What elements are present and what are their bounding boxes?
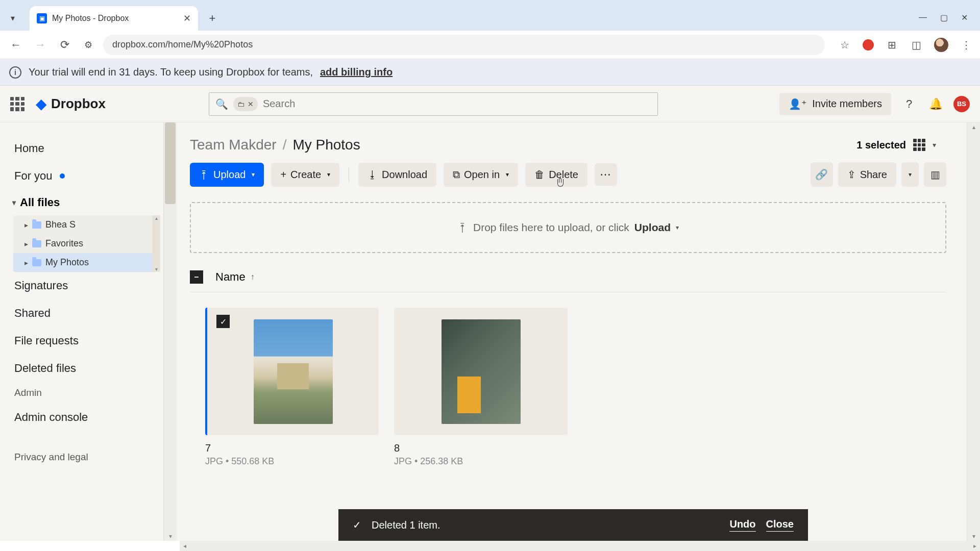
file-name[interactable]: 7 (205, 442, 379, 454)
forward-button[interactable]: → (32, 36, 49, 54)
selected-check-icon[interactable]: ✓ (216, 315, 230, 328)
trial-banner-text: Your trial will end in 31 days. To keep … (29, 66, 313, 78)
horizontal-scrollbar[interactable]: ◂ ▸ (180, 541, 980, 551)
extension-icon[interactable] (863, 39, 874, 51)
check-icon: ✓ (353, 519, 361, 531)
sidebar-item-signatures[interactable]: Signatures (10, 272, 160, 299)
upload-button[interactable]: ⭱ Upload ▾ (190, 163, 264, 187)
folder-icon (32, 240, 41, 247)
toast-message: Deleted 1 item. (372, 519, 719, 531)
folder-icon (32, 221, 41, 229)
chevron-down-icon: ▾ (327, 171, 330, 178)
download-icon: ⭳ (368, 169, 378, 181)
open-in-button[interactable]: ⧉ Open in ▾ (444, 163, 518, 187)
share-options-button[interactable]: ▾ (901, 162, 919, 187)
copy-link-button[interactable]: 🔗 (811, 162, 833, 187)
main-scrollbar[interactable]: ▴ ▾ (967, 122, 980, 541)
sidebar-scrollbar[interactable]: ▴ ▾ (163, 122, 177, 541)
browser-toolbar: ← → ⟳ ⚙ dropbox.com/home/My%20Photos ☆ ⊞… (0, 31, 980, 59)
breadcrumb-parent[interactable]: Team Makder (190, 137, 277, 153)
sidebar-item-privacy[interactable]: Privacy and legal (10, 446, 160, 468)
column-header-name[interactable]: Name ↑ (215, 270, 255, 284)
scrollbar-thumb[interactable] (165, 122, 176, 204)
sidebar-item-all-files[interactable]: ▾ All files (10, 190, 160, 215)
tree-scrollbar[interactable]: ▴ ▾ (152, 215, 160, 272)
scroll-up-icon[interactable]: ▴ (152, 215, 160, 221)
breadcrumb: Team Makder / My Photos (190, 137, 360, 153)
tree-item-bhea-s[interactable]: ▸ Bhea S (13, 215, 160, 234)
chip-clear-icon[interactable]: ✕ (248, 100, 254, 108)
selection-count: 1 selected (856, 139, 906, 151)
new-tab-button[interactable]: + (203, 9, 222, 28)
kebab-menu-icon[interactable]: ⋮ (960, 38, 973, 52)
dropbox-glyph-icon: ◆ (36, 95, 47, 112)
file-name[interactable]: 8 (394, 442, 568, 454)
app-launcher-icon[interactable] (10, 97, 24, 111)
notifications-icon[interactable]: 🔔 (927, 95, 944, 113)
back-button[interactable]: ← (7, 36, 24, 54)
person-add-icon: 👤⁺ (789, 98, 807, 110)
file-thumbnail[interactable]: ✓ (205, 308, 379, 435)
tree-item-favorites[interactable]: ▸ Favorites (13, 234, 160, 253)
sidebar: Home For you ▾ All files ▸ Bhea S ▸ Favo… (0, 122, 163, 541)
download-button[interactable]: ⭳ Download (358, 163, 436, 187)
close-window-icon[interactable]: ✕ (961, 13, 968, 22)
create-button[interactable]: + Create ▾ (271, 163, 339, 187)
plus-icon: + (280, 169, 286, 181)
file-thumbnail[interactable] (394, 308, 568, 435)
scroll-right-icon[interactable]: ▸ (970, 542, 980, 549)
side-panel-icon[interactable]: ◫ (910, 38, 923, 52)
delete-button[interactable]: 🗑 Delete (525, 163, 587, 187)
reload-button[interactable]: ⟳ (56, 36, 74, 54)
maximize-icon[interactable]: ▢ (940, 13, 948, 22)
scroll-left-icon[interactable]: ◂ (180, 542, 190, 549)
help-icon[interactable]: ? (900, 95, 918, 113)
toast-close-button[interactable]: Close (766, 518, 794, 532)
chevron-down-icon: ▾ (909, 171, 912, 178)
sidebar-item-admin-console[interactable]: Admin console (10, 404, 160, 431)
file-card[interactable]: ✓ 7 JPG • 550.68 KB (205, 308, 379, 467)
chevron-down-icon: ▾ (676, 224, 679, 231)
dropbox-logo[interactable]: ◆ Dropbox (36, 95, 106, 112)
account-avatar[interactable]: BS (953, 96, 970, 112)
more-actions-button[interactable]: ⋯ (595, 163, 617, 186)
select-all-checkbox[interactable]: – (190, 270, 203, 284)
close-tab-icon[interactable]: ✕ (183, 13, 191, 24)
upload-icon: ⭱ (199, 169, 209, 181)
extensions-puzzle-icon[interactable]: ⊞ (885, 38, 898, 52)
browser-tab[interactable]: ▣ My Photos - Dropbox ✕ (30, 6, 198, 31)
scroll-down-icon[interactable]: ▾ (152, 266, 160, 272)
view-options-chevron-icon[interactable]: ▾ (933, 141, 936, 149)
address-bar[interactable]: dropbox.com/home/My%20Photos (103, 35, 825, 55)
tree-item-my-photos[interactable]: ▸ My Photos (13, 253, 160, 272)
folder-chip-icon: 🗀 (237, 100, 244, 108)
sidebar-item-shared[interactable]: Shared (10, 299, 160, 327)
sidebar-item-home[interactable]: Home (10, 135, 160, 162)
grid-view-icon[interactable] (913, 139, 925, 151)
search-bar[interactable]: 🔍 🗀 ✕ (209, 92, 658, 116)
details-panel-button[interactable]: ▥ (924, 162, 946, 187)
invite-members-button[interactable]: 👤⁺ Invite members (779, 93, 891, 115)
chevron-right-icon: ▸ (24, 240, 28, 248)
scroll-down-icon[interactable]: ▾ (164, 533, 177, 540)
search-input[interactable] (263, 98, 651, 110)
sidebar-item-deleted-files[interactable]: Deleted files (10, 355, 160, 382)
scroll-down-icon[interactable]: ▾ (967, 533, 980, 540)
site-settings-icon[interactable]: ⚙ (81, 37, 96, 53)
sort-ascending-icon: ↑ (251, 272, 255, 282)
dropzone-upload-word: Upload (634, 221, 671, 234)
add-billing-link[interactable]: add billing info (320, 66, 393, 78)
profile-avatar-icon[interactable] (934, 38, 948, 52)
upload-dropzone[interactable]: ⭱ Drop files here to upload, or click Up… (190, 202, 946, 253)
toast-undo-button[interactable]: Undo (729, 518, 755, 532)
tabs-dropdown[interactable]: ▾ (5, 10, 20, 26)
share-button[interactable]: ⇪ Share (838, 162, 896, 187)
file-card[interactable]: 8 JPG • 256.38 KB (394, 308, 568, 467)
scroll-up-icon[interactable]: ▴ (967, 123, 980, 131)
sidebar-item-for-you[interactable]: For you (10, 162, 160, 190)
search-folder-chip[interactable]: 🗀 ✕ (233, 97, 258, 111)
logo-text: Dropbox (51, 96, 106, 112)
minimize-icon[interactable]: — (919, 13, 927, 22)
sidebar-item-file-requests[interactable]: File requests (10, 327, 160, 355)
bookmark-star-icon[interactable]: ☆ (838, 38, 851, 52)
